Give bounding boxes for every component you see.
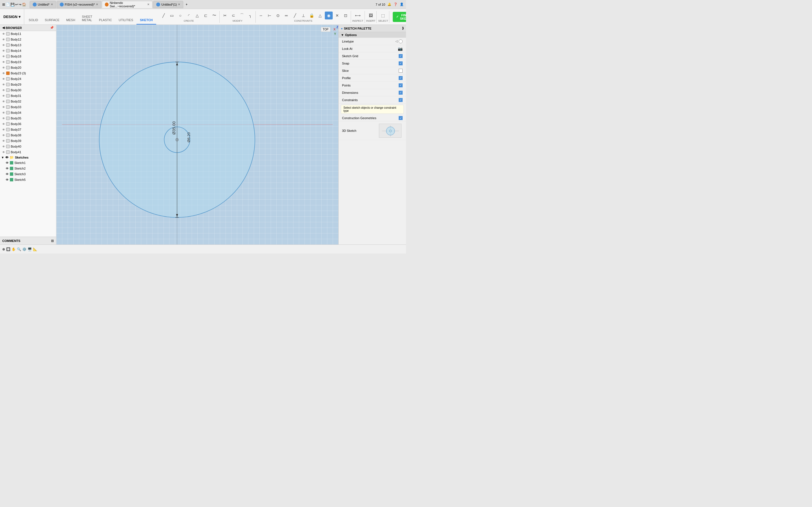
eye-icon-body14[interactable]: 👁 bbox=[2, 49, 5, 52]
sketch-item-1[interactable]: 👁 Sketch1 bbox=[0, 160, 56, 166]
sketch-item-5[interactable]: 👁 Sketch5 bbox=[0, 177, 56, 182]
points-checkbox[interactable]: ✓ bbox=[399, 83, 403, 87]
display-settings-icon[interactable]: 🔲 bbox=[6, 247, 10, 251]
eye-icon-body29[interactable]: 👁 bbox=[2, 83, 5, 86]
grid-display-icon[interactable]: 📐 bbox=[33, 247, 37, 251]
browser-item-body11[interactable]: 👁 Body11 bbox=[0, 31, 56, 37]
eye-icon-sketch5[interactable]: 👁 bbox=[6, 178, 9, 181]
view-options-icon[interactable]: ⚙️ bbox=[22, 247, 27, 251]
browser-item-body24[interactable]: 👁 Body24 bbox=[0, 76, 56, 82]
file-icon[interactable]: 📄 bbox=[6, 3, 10, 6]
eye-icon-body18[interactable]: 👁 bbox=[2, 55, 5, 58]
eye-icon-body19[interactable]: 👁 bbox=[2, 61, 5, 64]
options-section[interactable]: ▼ Options bbox=[339, 32, 406, 38]
trim-tool[interactable]: ✂ bbox=[221, 11, 229, 19]
tab-surface[interactable]: SURFACE bbox=[42, 17, 63, 24]
eye-icon-sketch1[interactable]: 👁 bbox=[6, 161, 9, 165]
eye-icon-body41[interactable]: 👁 bbox=[2, 151, 5, 154]
line-tool[interactable]: ╱ bbox=[160, 11, 167, 19]
constrain8[interactable]: ✕ bbox=[333, 11, 341, 19]
view-cube[interactable]: TOP bbox=[321, 27, 331, 32]
palette-expand-icon[interactable]: ⟫ bbox=[402, 26, 404, 30]
home-icon[interactable]: 🏠 bbox=[22, 3, 26, 6]
eye-icon-body12[interactable]: 👁 bbox=[2, 38, 5, 41]
app-menu[interactable]: ⊞ 📄 💾 ↩ ↪ 🏠 bbox=[2, 3, 26, 6]
browser-item-body38[interactable]: 👁 Body38 bbox=[0, 132, 56, 138]
folder-collapse-icon[interactable]: ▼ bbox=[1, 156, 4, 159]
lookat-icon[interactable]: 📷 bbox=[398, 47, 403, 51]
tab-fish[interactable]: FISH (v2~recovered)* ✕ bbox=[57, 1, 101, 8]
sketchgrid-checkbox[interactable]: ✓ bbox=[399, 54, 403, 58]
polygon-tool[interactable]: △ bbox=[193, 11, 201, 19]
lock-tool[interactable]: 🔒 bbox=[308, 11, 316, 19]
constrain5[interactable]: ⊥ bbox=[299, 11, 307, 19]
browser-item-body13[interactable]: 👁 Body13 bbox=[0, 42, 56, 48]
browser-item-body30[interactable]: 👁 Body30 bbox=[0, 87, 56, 93]
browser-item-body39[interactable]: 👁 Body39 bbox=[0, 138, 56, 144]
select-tool[interactable]: ⬚ bbox=[379, 11, 387, 19]
browser-item-body36[interactable]: 👁 Body36 bbox=[0, 121, 56, 127]
eye-icon-body38[interactable]: 👁 bbox=[2, 134, 5, 137]
tab-solid[interactable]: SOLID bbox=[26, 17, 42, 24]
constrain9[interactable]: ⊡ bbox=[342, 11, 350, 19]
tab-untitled2[interactable]: Untitled*(1) ✕ bbox=[153, 1, 183, 8]
circle-constraint[interactable]: ◉ bbox=[325, 11, 333, 19]
browser-item-body34[interactable]: 👁 Body34 bbox=[0, 110, 56, 115]
eye-icon-body23[interactable]: 👁 bbox=[2, 72, 5, 75]
measure-tool[interactable]: ⟷ bbox=[354, 11, 362, 19]
eye-icon-body30[interactable]: 👁 bbox=[2, 89, 5, 92]
eye-icon-body36[interactable]: 👁 bbox=[2, 122, 5, 126]
eye-icon-body37[interactable]: 👁 bbox=[2, 128, 5, 131]
eye-icon-body31[interactable]: 👁 bbox=[2, 94, 5, 98]
tab-plastic[interactable]: PLASTIC bbox=[96, 17, 115, 24]
tab-close-ninbendo[interactable]: ✕ bbox=[147, 3, 149, 6]
sketch-item-2[interactable]: 👁 Sketch2 bbox=[0, 166, 56, 171]
eye-icon-sketch2[interactable]: 👁 bbox=[6, 167, 9, 170]
redo-icon[interactable]: ↪ bbox=[18, 3, 21, 6]
browser-item-body33[interactable]: 👁 Body33 bbox=[0, 104, 56, 110]
eye-icon-body33[interactable]: 👁 bbox=[2, 106, 5, 109]
eye-icon-sketch3[interactable]: 👁 bbox=[6, 172, 9, 176]
canvas-area[interactable]: Ø35.00 Ø6.20 X Z Y TOP bbox=[56, 25, 338, 244]
linetype-selector[interactable]: ◁ bbox=[395, 40, 403, 43]
comments-expand-icon[interactable]: ⊞ bbox=[51, 239, 54, 243]
tab-close-untitled[interactable]: ✕ bbox=[51, 3, 53, 6]
constrain2[interactable]: ⊙ bbox=[274, 11, 282, 19]
pan-icon[interactable]: ✋ bbox=[11, 247, 16, 251]
zoom-icon[interactable]: 🔍 bbox=[17, 247, 21, 251]
eye-icon-body20[interactable]: 👁 bbox=[2, 66, 5, 69]
insert-image[interactable]: 🖼 bbox=[367, 11, 375, 19]
break-tool[interactable]: ⌒ bbox=[238, 11, 246, 19]
spline-tool[interactable]: 〜 bbox=[210, 11, 218, 19]
eye-icon-body35[interactable]: 👁 bbox=[2, 117, 5, 120]
eye-icon-body24[interactable]: 👁 bbox=[2, 77, 5, 80]
tab-untitled[interactable]: Untitled* ✕ bbox=[30, 1, 56, 8]
screen-mode-icon[interactable]: 🖥️ bbox=[28, 247, 32, 251]
design-dropdown[interactable]: DESIGN ▾ bbox=[0, 9, 24, 24]
browser-collapse-icon[interactable]: ◀ bbox=[2, 26, 4, 30]
eye-icon-body32[interactable]: 👁 bbox=[2, 100, 5, 103]
browser-item-body14[interactable]: 👁 Body14 bbox=[0, 48, 56, 54]
constrain1[interactable]: ⊢ bbox=[266, 11, 273, 19]
comments-section[interactable]: COMMENTS ⊞ bbox=[0, 237, 56, 244]
undo-icon[interactable]: ↩ bbox=[15, 3, 18, 6]
folder-eye-icon[interactable]: 👁 bbox=[5, 156, 8, 159]
extend-tool[interactable]: ⊂ bbox=[230, 11, 238, 19]
browser-item-body40[interactable]: 👁 Body40 bbox=[0, 144, 56, 149]
profile-checkbox[interactable]: ✓ bbox=[399, 76, 403, 80]
user-avatar[interactable]: 👤 bbox=[400, 3, 404, 6]
browser-item-body20[interactable]: 👁 Body20 bbox=[0, 65, 56, 70]
browser-pin-icon[interactable]: 📌 bbox=[50, 26, 54, 30]
sketch-item-3[interactable]: 👁 Sketch3 bbox=[0, 171, 56, 177]
construction-checkbox[interactable]: ✓ bbox=[399, 116, 403, 120]
tab-ninbendo[interactable]: Ninbendo Swi...~recovered)* ✕ bbox=[102, 1, 153, 8]
arc-tool[interactable]: ◜ bbox=[185, 11, 193, 19]
browser-item-body18[interactable]: 👁 Body18 bbox=[0, 54, 56, 59]
browser-item-body32[interactable]: 👁 Body32 bbox=[0, 99, 56, 104]
browser-item-body31[interactable]: 👁 Body31 bbox=[0, 93, 56, 99]
browser-item-body19[interactable]: 👁 Body19 bbox=[0, 59, 56, 65]
tab-utilities[interactable]: UTILITIES bbox=[115, 17, 137, 24]
circle-tool[interactable]: ○ bbox=[176, 11, 185, 19]
linetype-circle[interactable] bbox=[399, 40, 403, 43]
slot-tool[interactable]: ⊏ bbox=[202, 11, 210, 19]
